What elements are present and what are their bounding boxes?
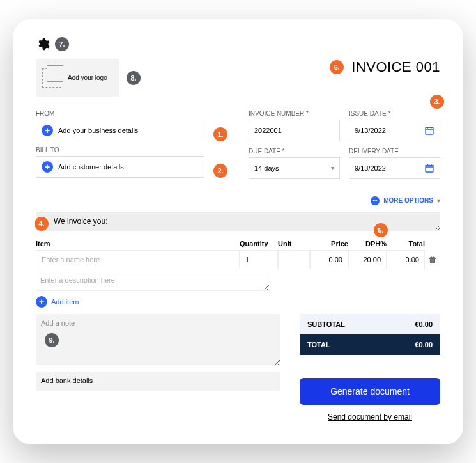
total-row: TOTAL€0.00 [300,334,440,355]
invoice-number-input[interactable]: 2022001 [249,120,340,141]
marker-9: 9. [45,333,59,347]
more-icon: ⋯ [371,196,380,205]
from-label: FROM [36,110,227,117]
marker-8: 8. [127,71,141,85]
plus-icon: + [42,125,53,136]
marker-1: 1. [213,127,227,141]
billto-placeholder: Add customer details [58,163,124,171]
description-input[interactable]: Enter a description here [36,272,270,291]
trash-icon[interactable]: 🗑 [425,250,440,269]
plus-icon: + [36,296,47,308]
from-placeholder: Add your business details [58,127,138,134]
plus-icon: + [42,161,53,173]
total-cell: 0.00 [387,250,425,269]
marker-2: 2. [213,164,227,178]
dph-input[interactable]: 20.00 [348,250,387,269]
add-logo-label: Add your logo [68,74,107,81]
delivery-date-input[interactable]: 9/13/2022 [349,157,440,179]
item-name-input[interactable]: Enter a name here [36,250,240,269]
table-row: Enter a name here 1 0.00 20.00 0.00 🗑 [36,250,440,269]
billto-field[interactable]: + Add customer details [36,156,204,178]
svg-rect-0 [426,127,433,134]
issue-date-input[interactable]: 9/13/2022 [349,120,440,141]
marker-5: 5. [374,223,388,237]
svg-rect-1 [426,165,433,172]
marker-7: 7. [55,37,69,51]
chevron-down-icon: ▾ [437,197,440,204]
invoice-number-label: Invoice number * [249,110,340,117]
unit-input[interactable] [278,250,310,269]
due-date-label: Due date * [249,148,340,155]
marker-4: 4. [35,217,49,231]
from-field[interactable]: + Add your business details [36,120,204,141]
bank-details-input[interactable]: Add bank details [36,372,280,391]
invoice-card: 7. Add your logo 8. 6. INVOICE 001 FROM … [13,19,463,444]
send-email-link[interactable]: Send document by email [300,412,440,421]
table-header: Item Quantity Unit Price DPH% Total [36,237,440,250]
delivery-date-label: Delivery date [349,148,440,155]
gear-icon[interactable] [36,37,50,51]
quantity-input[interactable]: 1 [240,250,278,269]
add-logo-box[interactable]: Add your logo [36,59,119,97]
add-item-link[interactable]: + Add item [36,296,440,308]
billto-label: BILL TO [36,146,227,153]
generate-button[interactable]: Generate document [300,378,440,405]
chevron-down-icon: ▾ [331,164,334,171]
divider [36,191,440,191]
logo-placeholder-icon [42,68,61,88]
invoice-title: INVOICE 001 [351,59,440,75]
marker-6: 6. [330,60,344,74]
calendar-icon [424,163,434,173]
calendar-icon [424,125,434,136]
subtotal-row: SUBTOTAL€0.00 [300,314,440,334]
price-input[interactable]: 0.00 [310,250,348,269]
note-textarea[interactable]: Add a note 9. [36,314,280,365]
more-options-link[interactable]: ⋯ MORE OPTIONS ▾ [36,196,440,205]
issue-date-label: Issue date * [349,110,440,117]
due-date-select[interactable]: 14 days ▾ [249,157,340,179]
marker-3: 3. [430,95,444,109]
